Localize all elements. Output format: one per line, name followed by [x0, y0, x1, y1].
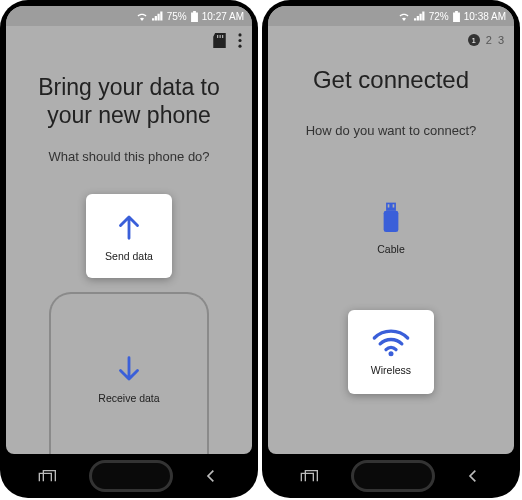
svg-point-2 [238, 44, 241, 47]
nav-bar [6, 454, 252, 498]
status-bar: 75% 10:27 AM [6, 6, 252, 26]
receive-data-label: Receive data [98, 392, 159, 404]
svg-rect-5 [393, 204, 395, 207]
screen-right: 72% 10:38 AM 1 2 3 Get connected How do … [268, 6, 514, 454]
more-icon[interactable] [238, 33, 242, 48]
wireless-card[interactable]: Wireless [348, 310, 434, 394]
app-bar [6, 26, 252, 54]
svg-rect-6 [384, 211, 399, 232]
send-data-card[interactable]: Send data [86, 194, 172, 278]
wireless-label: Wireless [371, 364, 411, 376]
options: Cable Wireless [268, 186, 514, 394]
cable-card[interactable]: Cable [348, 186, 434, 270]
page-subtitle: How do you want to connect? [268, 123, 514, 138]
options: Send data Receive data [6, 194, 252, 454]
page-title: Get connected [268, 66, 514, 95]
arrow-up-icon [112, 210, 146, 244]
step-3: 3 [498, 34, 504, 46]
svg-rect-4 [388, 204, 390, 207]
phone-right: 72% 10:38 AM 1 2 3 Get connected How do … [262, 0, 520, 498]
battery-icon [191, 11, 198, 22]
recent-apps-icon[interactable] [300, 469, 320, 483]
back-icon[interactable] [466, 468, 482, 484]
signal-icon [152, 11, 163, 21]
page-title: Bring your data to your new phone [6, 74, 252, 129]
wifi-icon [398, 11, 410, 21]
back-icon[interactable] [204, 468, 220, 484]
phone-left: 75% 10:27 AM Bring your data to your new… [0, 0, 258, 498]
svg-point-0 [238, 33, 241, 36]
home-button[interactable] [89, 460, 173, 492]
step-2: 2 [486, 34, 492, 46]
arrow-down-icon [112, 352, 146, 386]
signal-pct: 72% [429, 11, 449, 22]
receive-phone-outline: Receive data [49, 292, 209, 454]
step-indicator: 1 2 3 [468, 34, 504, 46]
wifi-icon [136, 11, 148, 21]
recent-apps-icon[interactable] [38, 469, 58, 483]
battery-icon [453, 11, 460, 22]
status-bar: 72% 10:38 AM [268, 6, 514, 26]
usb-icon [377, 201, 405, 237]
home-button[interactable] [351, 460, 435, 492]
svg-point-7 [389, 351, 394, 356]
screen-left: 75% 10:27 AM Bring your data to your new… [6, 6, 252, 454]
svg-rect-3 [386, 202, 396, 210]
nav-bar [268, 454, 514, 498]
cable-label: Cable [377, 243, 404, 255]
status-time: 10:27 AM [202, 11, 244, 22]
status-time: 10:38 AM [464, 11, 506, 22]
svg-point-1 [238, 38, 241, 41]
step-1: 1 [468, 34, 480, 46]
signal-pct: 75% [167, 11, 187, 22]
send-data-label: Send data [105, 250, 153, 262]
receive-data-card[interactable]: Receive data [86, 336, 172, 420]
app-bar: 1 2 3 [268, 26, 514, 54]
signal-icon [414, 11, 425, 21]
sd-card-icon[interactable] [213, 33, 226, 48]
page-subtitle: What should this phone do? [6, 149, 252, 164]
wifi-large-icon [371, 328, 411, 358]
